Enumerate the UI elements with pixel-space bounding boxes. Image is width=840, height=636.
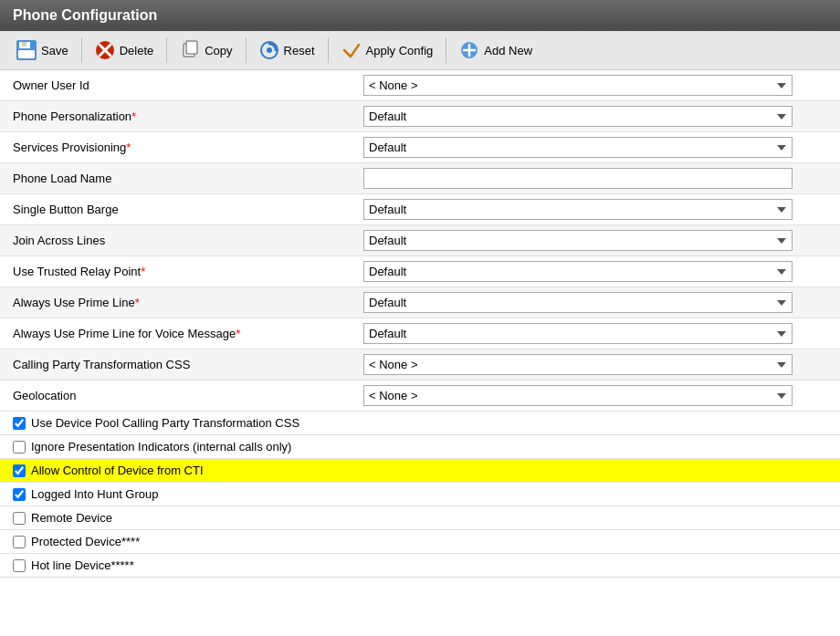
svg-point-10 <box>267 47 272 53</box>
field-label: Use Trusted Relay Point* <box>0 256 356 287</box>
toolbar-separator <box>81 37 82 63</box>
apply-config-button[interactable]: Apply Config <box>334 36 441 64</box>
svg-rect-3 <box>18 50 35 58</box>
required-star: * <box>126 141 131 154</box>
toolbar-separator2 <box>166 37 167 63</box>
checkbox-label[interactable]: Allow Control of Device from CTI <box>13 464 833 477</box>
field-label: Owner User Id <box>0 70 356 101</box>
delete-icon <box>95 40 115 60</box>
field-select[interactable]: Default <box>363 261 793 282</box>
checkbox-input[interactable] <box>13 559 26 572</box>
field-select[interactable]: < None > <box>363 75 793 96</box>
svg-rect-8 <box>186 41 197 54</box>
svg-rect-2 <box>22 42 26 47</box>
field-label: Single Button Barge <box>0 194 356 225</box>
field-label: Phone Load Name <box>0 163 356 194</box>
field-label: Phone Personalization* <box>0 101 356 132</box>
checkbox-input[interactable] <box>13 417 26 430</box>
field-select[interactable]: Default <box>363 292 793 313</box>
checkbox-row: Use Device Pool Calling Party Transforma… <box>0 412 840 435</box>
checkbox-row: Logged Into Hunt Group <box>0 483 840 506</box>
table-row: Services Provisioning*Default <box>0 132 840 163</box>
toolbar: Save Delete Copy Reset Apply Config <box>0 31 840 70</box>
field-label: Join Across Lines <box>0 225 356 256</box>
checkbox-input[interactable] <box>13 536 26 548</box>
checkbox-row: Protected Device**** <box>0 530 840 554</box>
toolbar-separator3 <box>246 37 247 63</box>
checkbox-row: Allow Control of Device from CTI <box>0 459 840 483</box>
checkbox-label[interactable]: Logged Into Hunt Group <box>13 487 833 501</box>
checkbox-row: Remote Device <box>0 506 840 530</box>
checkbox-text: Ignore Presentation Indicators (internal… <box>31 440 291 454</box>
table-row: Phone Personalization*Default <box>0 101 840 132</box>
checkbox-text: Logged Into Hunt Group <box>31 487 159 501</box>
content-area: Owner User Id< None >Phone Personalizati… <box>0 70 840 578</box>
table-row: Single Button BargeDefault <box>0 194 840 225</box>
toolbar-separator5 <box>446 37 446 63</box>
checkbox-table: Use Device Pool Calling Party Transforma… <box>0 412 840 578</box>
form-table: Owner User Id< None >Phone Personalizati… <box>0 70 840 412</box>
field-label: Always Use Prime Line* <box>0 287 356 318</box>
save-button[interactable]: Save <box>9 36 76 64</box>
required-star: * <box>131 109 136 123</box>
page-title: Phone Configuration <box>13 7 157 23</box>
checkbox-text: Allow Control of Device from CTI <box>31 464 204 477</box>
field-text[interactable] <box>363 168 793 189</box>
save-icon <box>16 40 37 60</box>
checkbox-label[interactable]: Protected Device**** <box>13 535 833 548</box>
checkbox-input[interactable] <box>13 488 26 501</box>
required-star: * <box>236 327 240 340</box>
add-new-button[interactable]: Add New <box>452 36 540 64</box>
copy-icon <box>180 40 200 60</box>
field-select[interactable]: Default <box>363 199 793 220</box>
apply-config-icon <box>341 40 362 60</box>
reset-icon <box>259 40 279 60</box>
checkbox-input[interactable] <box>13 464 26 477</box>
required-star: * <box>141 265 145 278</box>
required-star: * <box>135 296 140 309</box>
table-row: Geolocation< None > <box>0 381 840 412</box>
add-new-icon <box>459 40 479 60</box>
checkbox-input[interactable] <box>13 441 26 454</box>
table-row: Calling Party Transformation CSS< None > <box>0 349 840 381</box>
field-select[interactable]: Default <box>363 230 793 251</box>
checkbox-text: Hot line Device***** <box>31 558 134 572</box>
checkbox-label[interactable]: Remote Device <box>13 511 833 525</box>
checkbox-text: Protected Device**** <box>31 535 140 548</box>
table-row: Join Across LinesDefault <box>0 225 840 256</box>
field-label: Geolocation <box>0 381 356 412</box>
field-label: Calling Party Transformation CSS <box>0 349 356 381</box>
table-row: Always Use Prime Line*Default <box>0 287 840 318</box>
field-select[interactable]: Default <box>363 137 793 158</box>
copy-button[interactable]: Copy <box>173 36 239 64</box>
field-select[interactable]: Default <box>363 106 793 127</box>
checkbox-row: Ignore Presentation Indicators (internal… <box>0 435 840 459</box>
toolbar-separator4 <box>328 37 329 63</box>
field-select[interactable]: Default <box>363 323 793 344</box>
delete-button[interactable]: Delete <box>88 36 162 64</box>
field-label: Always Use Prime Line for Voice Message* <box>0 318 356 349</box>
table-row: Owner User Id< None > <box>0 70 840 101</box>
checkbox-text: Remote Device <box>31 511 112 525</box>
table-row: Phone Load Name <box>0 163 840 194</box>
title-bar: Phone Configuration <box>0 0 840 31</box>
checkbox-label[interactable]: Ignore Presentation Indicators (internal… <box>13 440 833 454</box>
checkbox-input[interactable] <box>13 512 26 525</box>
field-label: Services Provisioning* <box>0 132 356 163</box>
field-select[interactable]: < None > <box>363 385 793 406</box>
checkbox-label[interactable]: Hot line Device***** <box>13 558 833 572</box>
checkbox-text: Use Device Pool Calling Party Transforma… <box>31 416 299 430</box>
reset-button[interactable]: Reset <box>252 36 322 64</box>
field-select[interactable]: < None > <box>363 354 793 375</box>
checkbox-label[interactable]: Use Device Pool Calling Party Transforma… <box>13 416 833 430</box>
table-row: Always Use Prime Line for Voice Message*… <box>0 318 840 349</box>
checkbox-row: Hot line Device***** <box>0 554 840 578</box>
table-row: Use Trusted Relay Point*Default <box>0 256 840 287</box>
